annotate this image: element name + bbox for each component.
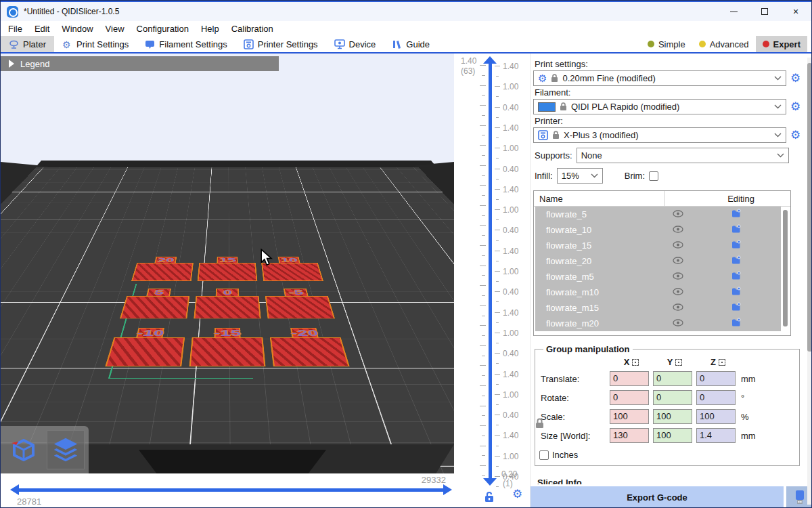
- visibility-toggle[interactable]: [673, 225, 683, 235]
- visibility-toggle[interactable]: [673, 272, 683, 282]
- edit-object-button[interactable]: [731, 209, 741, 220]
- menu-help[interactable]: Help: [195, 22, 225, 35]
- edit-object-button[interactable]: [731, 224, 741, 236]
- edit-object-button[interactable]: [731, 302, 741, 314]
- object-row[interactable]: flowrate_5: [535, 207, 781, 222]
- model-patch-15[interactable]: 15: [198, 257, 258, 281]
- print-settings-combo[interactable]: ⚙ 0.20mm Fine (modified): [533, 70, 786, 86]
- panel-scrollbar-thumb[interactable]: [807, 63, 812, 352]
- value-field-y[interactable]: 100: [653, 428, 692, 443]
- slider-tick: [496, 322, 499, 323]
- object-row[interactable]: flowrate_20: [535, 253, 781, 269]
- 3d-editor-view-button[interactable]: [5, 430, 43, 469]
- object-list-scrollbar[interactable]: [783, 210, 788, 326]
- close-button[interactable]: ×: [780, 2, 811, 21]
- printer-gear-button[interactable]: ⚙: [790, 129, 800, 141]
- edit-object-button[interactable]: [731, 255, 741, 267]
- model-patch-0[interactable]: 0: [194, 289, 261, 318]
- visibility-toggle[interactable]: [673, 318, 683, 329]
- value-field-z[interactable]: 0: [696, 390, 736, 405]
- object-row[interactable]: flowrate_m5: [535, 269, 781, 284]
- value-field-x[interactable]: 100: [610, 409, 649, 424]
- visibility-toggle[interactable]: [673, 303, 683, 313]
- menu-edit[interactable]: Edit: [28, 22, 55, 35]
- slider-tick: [495, 251, 500, 251]
- model-patch--20[interactable]: -20: [269, 328, 350, 366]
- visibility-toggle[interactable]: [673, 209, 683, 219]
- brim-checkbox[interactable]: [649, 171, 658, 181]
- layer-slider-upper-thumb[interactable]: [483, 56, 497, 64]
- infill-combo[interactable]: 15%: [557, 168, 603, 184]
- visibility-toggle[interactable]: [673, 256, 683, 266]
- tab-printer-settings[interactable]: Printer Settings: [235, 36, 326, 52]
- eye-icon: [673, 287, 683, 297]
- move-slider-track[interactable]: [18, 488, 443, 492]
- value-field-z[interactable]: 0: [696, 371, 736, 386]
- object-row[interactable]: flowrate_m10: [535, 284, 781, 300]
- scale-lock-button[interactable]: [535, 417, 545, 431]
- value-field-z[interactable]: 1.4: [696, 428, 736, 443]
- tab-plater[interactable]: Plater: [1, 36, 54, 52]
- axis-frame-icon: [719, 359, 725, 366]
- object-editing-cell: [692, 318, 781, 329]
- slider-settings-button[interactable]: ⚙: [512, 488, 522, 500]
- slider-lock-button[interactable]: [484, 491, 495, 505]
- edit-object-button[interactable]: [731, 240, 741, 251]
- tab-guide[interactable]: Guide: [384, 36, 438, 52]
- tab-print-settings[interactable]: ⚙Print Settings: [54, 36, 137, 52]
- model-patch-20[interactable]: 20: [131, 257, 194, 281]
- object-visibility-cell: [664, 318, 692, 329]
- eye-icon: [673, 225, 683, 235]
- printer-combo[interactable]: X-Plus 3 (modified): [533, 127, 786, 143]
- edit-object-button[interactable]: [731, 271, 741, 282]
- menu-calibration[interactable]: Calibration: [225, 22, 279, 35]
- move-slider-right-thumb[interactable]: [443, 484, 452, 495]
- value-field-y[interactable]: 0: [653, 390, 692, 405]
- model-patch--15[interactable]: -15: [189, 328, 266, 366]
- edit-object-button[interactable]: [731, 318, 741, 329]
- supports-combo[interactable]: None: [577, 148, 789, 163]
- layer-slider-track[interactable]: [489, 63, 492, 479]
- object-name: flowrate_10: [535, 225, 664, 235]
- edit-object-button[interactable]: [731, 287, 741, 298]
- slider-tick: [496, 240, 499, 241]
- visibility-toggle[interactable]: [673, 240, 683, 251]
- value-field-x[interactable]: 0: [610, 390, 649, 405]
- print-settings-gear-button[interactable]: ⚙: [790, 72, 800, 84]
- plater-3d-view[interactable]: 20151050-5-10-15-20 Legend: [1, 54, 454, 473]
- value-field-x[interactable]: 0: [610, 371, 649, 386]
- filament-gear-button[interactable]: ⚙: [790, 101, 800, 112]
- filament-combo[interactable]: QIDI PLA Rapido (modified): [533, 99, 786, 114]
- value-field-y[interactable]: 0: [653, 371, 692, 386]
- value-field-y[interactable]: 100: [653, 409, 692, 424]
- export-gcode-button[interactable]: Export G-code: [531, 486, 784, 508]
- value-field-x[interactable]: 130: [610, 428, 649, 443]
- patch-body: [265, 296, 335, 318]
- visibility-toggle[interactable]: [673, 287, 683, 297]
- maximize-button[interactable]: [749, 2, 780, 21]
- object-editing-cell: [692, 302, 781, 314]
- value-field-z[interactable]: 100: [696, 409, 736, 424]
- legend-toggle[interactable]: Legend: [1, 56, 279, 71]
- inches-checkbox[interactable]: [539, 450, 549, 460]
- object-row[interactable]: flowrate_15: [535, 238, 781, 253]
- menu-view[interactable]: View: [99, 22, 131, 35]
- object-row[interactable]: flowrate_10: [535, 222, 781, 238]
- move-slider-left-thumb[interactable]: [10, 484, 19, 495]
- mode-simple[interactable]: Simple: [641, 36, 692, 52]
- menu-file[interactable]: File: [2, 22, 28, 35]
- menu-window[interactable]: Window: [55, 22, 99, 35]
- model-patch--10[interactable]: -10: [105, 328, 186, 366]
- mode-expert[interactable]: Expert: [756, 36, 807, 52]
- object-row[interactable]: flowrate_m15: [535, 300, 781, 316]
- menu-configuration[interactable]: Configuration: [131, 22, 195, 35]
- model-patch-5[interactable]: 5: [120, 289, 191, 318]
- minimize-button[interactable]: [718, 2, 749, 21]
- model-patch--5[interactable]: -5: [265, 289, 336, 318]
- tab-device[interactable]: Device: [326, 36, 384, 52]
- tab-filament-settings[interactable]: Filament Settings: [137, 36, 235, 52]
- object-row[interactable]: flowrate_m20: [535, 316, 781, 331]
- layer-slider-lower-thumb[interactable]: [483, 478, 497, 486]
- preview-layers-view-button[interactable]: [47, 430, 85, 469]
- mode-advanced[interactable]: Advanced: [692, 36, 756, 52]
